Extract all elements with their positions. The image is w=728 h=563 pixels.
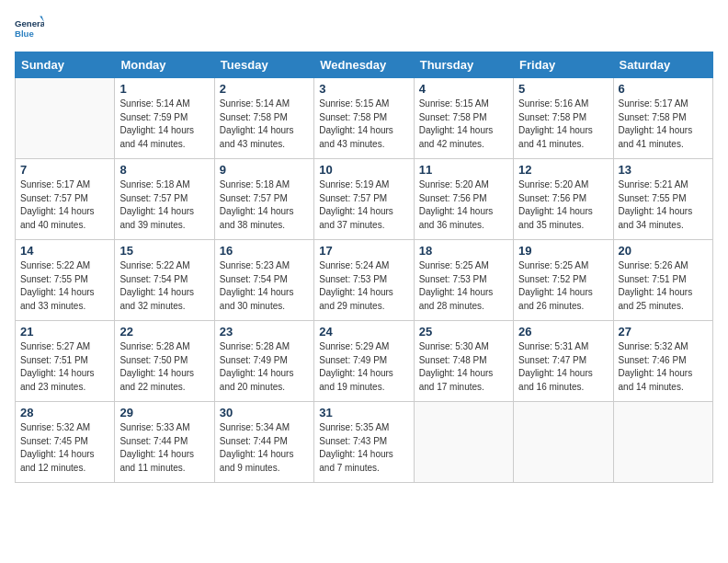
day-info: Sunrise: 5:15 AMSunset: 7:58 PMDaylight:…	[419, 98, 508, 151]
weekday-header-row: SundayMondayTuesdayWednesdayThursdayFrid…	[16, 52, 713, 78]
day-number: 25	[419, 325, 508, 339]
calendar-cell: 30Sunrise: 5:34 AMSunset: 7:44 PMDayligh…	[214, 402, 313, 483]
calendar-week-1: 1Sunrise: 5:14 AMSunset: 7:59 PMDaylight…	[16, 78, 713, 159]
day-info: Sunrise: 5:32 AMSunset: 7:45 PMDaylight:…	[20, 421, 109, 475]
calendar-cell: 21Sunrise: 5:27 AMSunset: 7:51 PMDayligh…	[16, 321, 115, 402]
calendar-week-3: 14Sunrise: 5:22 AMSunset: 7:55 PMDayligh…	[16, 240, 713, 321]
day-number: 12	[518, 163, 608, 177]
calendar-cell: 28Sunrise: 5:32 AMSunset: 7:45 PMDayligh…	[16, 402, 115, 483]
day-info: Sunrise: 5:20 AMSunset: 7:56 PMDaylight:…	[518, 178, 608, 232]
day-number: 2	[220, 82, 309, 96]
svg-text:Blue: Blue	[15, 29, 34, 39]
page-header: General Blue	[15, 15, 713, 44]
calendar-week-2: 7Sunrise: 5:17 AMSunset: 7:57 PMDaylight…	[16, 159, 713, 240]
day-number: 6	[619, 82, 708, 96]
day-info: Sunrise: 5:30 AMSunset: 7:48 PMDaylight:…	[419, 340, 508, 394]
day-number: 20	[619, 244, 708, 258]
day-number: 14	[20, 244, 109, 258]
day-info: Sunrise: 5:18 AMSunset: 7:57 PMDaylight:…	[119, 178, 209, 232]
calendar-cell: 29Sunrise: 5:33 AMSunset: 7:44 PMDayligh…	[115, 402, 214, 483]
logo: General Blue	[15, 15, 44, 44]
day-info: Sunrise: 5:33 AMSunset: 7:44 PMDaylight:…	[119, 421, 209, 475]
calendar-cell: 1Sunrise: 5:14 AMSunset: 7:59 PMDaylight…	[115, 78, 214, 159]
day-number: 13	[619, 163, 708, 177]
day-info: Sunrise: 5:26 AMSunset: 7:51 PMDaylight:…	[619, 259, 708, 313]
day-info: Sunrise: 5:22 AMSunset: 7:54 PMDaylight:…	[119, 259, 209, 313]
day-info: Sunrise: 5:17 AMSunset: 7:57 PMDaylight:…	[20, 178, 109, 232]
day-number: 5	[518, 82, 608, 96]
day-info: Sunrise: 5:28 AMSunset: 7:49 PMDaylight:…	[220, 340, 309, 394]
calendar-table: SundayMondayTuesdayWednesdayThursdayFrid…	[15, 52, 713, 483]
weekday-header-sunday: Sunday	[16, 52, 115, 78]
day-info: Sunrise: 5:19 AMSunset: 7:57 PMDaylight:…	[319, 178, 408, 232]
day-number: 4	[419, 82, 508, 96]
day-info: Sunrise: 5:24 AMSunset: 7:53 PMDaylight:…	[319, 259, 408, 313]
calendar-cell: 14Sunrise: 5:22 AMSunset: 7:55 PMDayligh…	[16, 240, 115, 321]
day-info: Sunrise: 5:28 AMSunset: 7:50 PMDaylight:…	[119, 340, 209, 394]
day-info: Sunrise: 5:15 AMSunset: 7:58 PMDaylight:…	[319, 98, 408, 151]
day-number: 16	[220, 244, 309, 258]
calendar-cell: 11Sunrise: 5:20 AMSunset: 7:56 PMDayligh…	[414, 159, 513, 240]
calendar-cell: 23Sunrise: 5:28 AMSunset: 7:49 PMDayligh…	[214, 321, 313, 402]
calendar-cell: 18Sunrise: 5:25 AMSunset: 7:53 PMDayligh…	[414, 240, 513, 321]
day-number: 19	[518, 244, 608, 258]
day-number: 11	[419, 163, 508, 177]
day-number: 15	[119, 244, 209, 258]
day-info: Sunrise: 5:23 AMSunset: 7:54 PMDaylight:…	[220, 259, 309, 313]
day-number: 27	[619, 325, 708, 339]
logo-icon: General Blue	[15, 15, 44, 44]
day-number: 30	[220, 406, 309, 419]
calendar-cell: 24Sunrise: 5:29 AMSunset: 7:49 PMDayligh…	[314, 321, 414, 402]
day-info: Sunrise: 5:25 AMSunset: 7:53 PMDaylight:…	[419, 259, 508, 313]
calendar-cell	[514, 402, 613, 483]
day-info: Sunrise: 5:20 AMSunset: 7:56 PMDaylight:…	[419, 178, 508, 232]
day-info: Sunrise: 5:21 AMSunset: 7:55 PMDaylight:…	[619, 178, 708, 232]
day-number: 18	[419, 244, 508, 258]
weekday-header-monday: Monday	[115, 52, 214, 78]
weekday-header-saturday: Saturday	[613, 52, 712, 78]
day-info: Sunrise: 5:27 AMSunset: 7:51 PMDaylight:…	[20, 340, 109, 394]
day-number: 9	[220, 163, 309, 177]
calendar-cell: 13Sunrise: 5:21 AMSunset: 7:55 PMDayligh…	[613, 159, 712, 240]
day-info: Sunrise: 5:34 AMSunset: 7:44 PMDaylight:…	[220, 421, 309, 475]
day-info: Sunrise: 5:14 AMSunset: 7:59 PMDaylight:…	[119, 98, 209, 151]
calendar-cell: 9Sunrise: 5:18 AMSunset: 7:57 PMDaylight…	[214, 159, 313, 240]
calendar-week-4: 21Sunrise: 5:27 AMSunset: 7:51 PMDayligh…	[16, 321, 713, 402]
day-number: 23	[220, 325, 309, 339]
day-info: Sunrise: 5:25 AMSunset: 7:52 PMDaylight:…	[518, 259, 608, 313]
day-info: Sunrise: 5:22 AMSunset: 7:55 PMDaylight:…	[20, 259, 109, 313]
day-number: 29	[119, 406, 209, 419]
day-number: 22	[119, 325, 209, 339]
day-info: Sunrise: 5:17 AMSunset: 7:58 PMDaylight:…	[619, 98, 708, 151]
calendar-cell: 31Sunrise: 5:35 AMSunset: 7:43 PMDayligh…	[314, 402, 414, 483]
day-info: Sunrise: 5:31 AMSunset: 7:47 PMDaylight:…	[518, 340, 608, 394]
calendar-cell	[613, 402, 712, 483]
day-number: 21	[20, 325, 109, 339]
calendar-cell: 26Sunrise: 5:31 AMSunset: 7:47 PMDayligh…	[514, 321, 613, 402]
calendar-cell: 5Sunrise: 5:16 AMSunset: 7:58 PMDaylight…	[514, 78, 613, 159]
weekday-header-thursday: Thursday	[414, 52, 513, 78]
calendar-cell: 6Sunrise: 5:17 AMSunset: 7:58 PMDaylight…	[613, 78, 712, 159]
calendar-cell: 25Sunrise: 5:30 AMSunset: 7:48 PMDayligh…	[414, 321, 513, 402]
calendar-cell: 12Sunrise: 5:20 AMSunset: 7:56 PMDayligh…	[514, 159, 613, 240]
calendar-cell	[16, 78, 115, 159]
day-number: 3	[319, 82, 408, 96]
calendar-cell: 17Sunrise: 5:24 AMSunset: 7:53 PMDayligh…	[314, 240, 414, 321]
calendar-cell: 4Sunrise: 5:15 AMSunset: 7:58 PMDaylight…	[414, 78, 513, 159]
svg-text:General: General	[15, 18, 44, 29]
calendar-cell: 2Sunrise: 5:14 AMSunset: 7:58 PMDaylight…	[214, 78, 313, 159]
day-number: 24	[319, 325, 408, 339]
day-number: 17	[319, 244, 408, 258]
weekday-header-wednesday: Wednesday	[314, 52, 414, 78]
calendar-cell: 22Sunrise: 5:28 AMSunset: 7:50 PMDayligh…	[115, 321, 214, 402]
calendar-cell: 8Sunrise: 5:18 AMSunset: 7:57 PMDaylight…	[115, 159, 214, 240]
calendar-cell: 16Sunrise: 5:23 AMSunset: 7:54 PMDayligh…	[214, 240, 313, 321]
calendar-cell: 15Sunrise: 5:22 AMSunset: 7:54 PMDayligh…	[115, 240, 214, 321]
day-info: Sunrise: 5:29 AMSunset: 7:49 PMDaylight:…	[319, 340, 408, 394]
weekday-header-friday: Friday	[514, 52, 613, 78]
day-number: 28	[20, 406, 109, 419]
day-info: Sunrise: 5:14 AMSunset: 7:58 PMDaylight:…	[220, 98, 309, 151]
calendar-cell: 20Sunrise: 5:26 AMSunset: 7:51 PMDayligh…	[613, 240, 712, 321]
calendar-cell: 3Sunrise: 5:15 AMSunset: 7:58 PMDaylight…	[314, 78, 414, 159]
day-info: Sunrise: 5:16 AMSunset: 7:58 PMDaylight:…	[518, 98, 608, 151]
